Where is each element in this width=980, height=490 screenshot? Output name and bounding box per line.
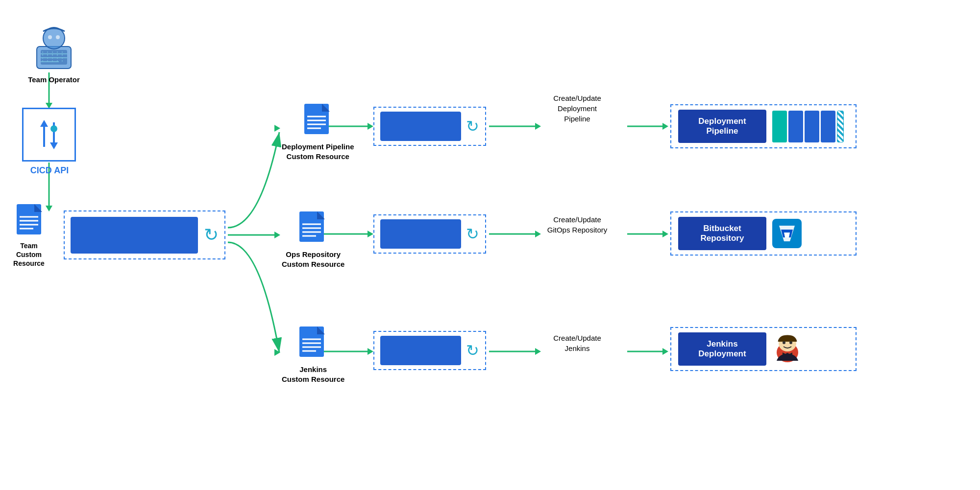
jenkins-cr-doc [298, 326, 328, 360]
svg-marker-15 [535, 231, 541, 237]
deployment-pipeline-dest-label: DeploymentPipeline [678, 110, 766, 143]
svg-point-45 [50, 125, 57, 132]
svg-point-34 [48, 35, 52, 39]
jenkins-cr-group: JenkinsCustom Resource [282, 326, 344, 384]
svg-rect-30 [41, 50, 67, 65]
deployment-pipeline-cr-group: Deployment PipelineCustom Resource [282, 103, 354, 161]
deployment-pipeline-cr-label: Deployment PipelineCustom Resource [282, 142, 354, 161]
svg-marker-24 [274, 125, 280, 132]
team-cr-label: TeamCustom Resource [2, 241, 56, 268]
jenkins-annotation: Create/UpdateJenkins [543, 333, 612, 353]
svg-point-72 [783, 341, 785, 344]
svg-marker-21 [535, 348, 541, 355]
cicd-api-label: CICD API [23, 165, 76, 176]
ops-annotation: Create/UpdateGitOps Repository [543, 214, 612, 235]
jenkins-op-box: ↻ [373, 331, 486, 370]
team-operator-refresh-icon: ↻ [204, 225, 219, 245]
ops-op-refresh-icon: ↻ [466, 225, 479, 243]
jenkins-op-refresh-icon: ↻ [466, 341, 479, 360]
ops-op-blue-rect [380, 219, 461, 249]
svg-marker-11 [662, 123, 668, 130]
cicd-api-icon [29, 115, 69, 154]
svg-point-35 [56, 35, 60, 39]
svg-marker-25 [274, 349, 280, 356]
bitbucket-dest-box: BitbucketRepository [670, 211, 857, 256]
svg-marker-44 [50, 142, 58, 149]
deployment-pipeline-dest-box: DeploymentPipeline [670, 104, 857, 148]
svg-marker-9 [535, 123, 541, 130]
svg-point-29 [43, 27, 65, 49]
jenkins-dest-label: JenkinsDeployment [678, 332, 766, 366]
team-operator-label: Team Operator [27, 75, 81, 85]
svg-marker-13 [368, 231, 373, 237]
team-cr-group: TeamCustom Resource [16, 203, 56, 268]
dp-op-refresh-icon: ↻ [466, 117, 479, 136]
jenkins-cr-label: JenkinsCustom Resource [282, 365, 344, 384]
svg-marker-7 [368, 123, 373, 130]
svg-marker-5 [274, 232, 280, 238]
ops-repo-op-box: ↻ [373, 214, 486, 254]
dp-op-blue-rect [380, 112, 461, 141]
jenkins-icon [772, 334, 803, 364]
deployment-pipeline-op-box: ↻ [373, 107, 486, 146]
svg-marker-42 [40, 120, 48, 127]
svg-marker-23 [662, 348, 668, 355]
diagram: Team Operator CICD API TeamCustom Resour… [0, 0, 980, 490]
svg-marker-17 [662, 231, 668, 237]
person-icon-group: Team Operator [27, 24, 81, 85]
bitbucket-dest-label: BitbucketRepository [678, 217, 766, 250]
team-operator-icon [32, 24, 76, 71]
jenkins-dest-box: JenkinsDeployment [670, 327, 857, 371]
pipeline-graphic [772, 111, 844, 142]
svg-point-73 [789, 341, 792, 344]
deployment-pipeline-cr-doc [303, 103, 333, 137]
team-operator-blue-rect [71, 217, 198, 254]
jenkins-op-blue-rect [380, 336, 461, 365]
ops-repo-cr-label: Ops RepositoryCustom Resource [282, 250, 344, 269]
ops-repo-cr-doc [298, 210, 328, 245]
svg-marker-19 [368, 348, 373, 355]
ops-repository-cr-group: Ops RepositoryCustom Resource [282, 210, 344, 269]
team-cr-doc-icon [16, 203, 45, 237]
dp-annotation: Create/UpdateDeploymentPipeline [543, 93, 612, 124]
cicd-api-box [22, 108, 76, 162]
bitbucket-icon [772, 219, 802, 248]
team-operator-box: ↻ [64, 210, 225, 259]
